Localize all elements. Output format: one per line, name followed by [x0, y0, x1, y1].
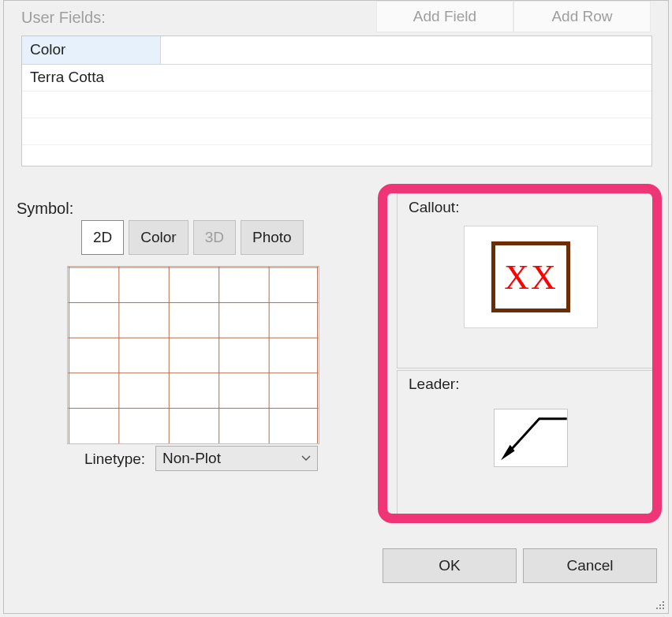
callout-text: XX	[504, 257, 558, 297]
leader-preview-button[interactable]	[494, 409, 568, 467]
leader-group: Leader:	[397, 370, 654, 515]
table-header-row: Color	[22, 36, 651, 65]
tab-color[interactable]: Color	[129, 220, 188, 255]
cell-empty	[161, 65, 651, 91]
user-fields-table[interactable]: Color Terra Cotta	[21, 36, 652, 166]
add-row-button[interactable]: Add Row	[513, 1, 651, 32]
column-header-color[interactable]: Color	[22, 36, 161, 64]
symbol-section-label: Symbol:	[17, 200, 73, 218]
table-row-empty[interactable]	[22, 92, 651, 118]
ok-button[interactable]: OK	[383, 548, 517, 583]
tab-photo[interactable]: Photo	[241, 220, 304, 255]
table-row[interactable]: Terra Cotta	[22, 65, 651, 92]
cancel-button[interactable]: Cancel	[523, 548, 657, 583]
tab-2d[interactable]: 2D	[81, 220, 124, 255]
linetype-label: Linetype:	[84, 451, 145, 468]
leader-label: Leader:	[409, 376, 459, 393]
chevron-down-icon	[301, 454, 311, 463]
callout-symbol-box: XX	[491, 241, 570, 312]
arrow-down-left-icon	[495, 409, 567, 466]
linetype-value: Non-Plot	[162, 450, 221, 467]
add-field-button[interactable]: Add Field	[376, 1, 513, 32]
resize-grip-icon[interactable]	[654, 599, 666, 611]
table-row-empty[interactable]	[22, 118, 651, 145]
linetype-dropdown[interactable]: Non-Plot	[155, 446, 318, 471]
dialog-window: User Fields: Add Field Add Row Color Ter…	[3, 0, 669, 614]
symbol-preview-grid[interactable]	[67, 266, 319, 444]
callout-group: Callout: XX	[397, 193, 654, 368]
user-fields-label: User Fields:	[21, 9, 106, 27]
tab-3d[interactable]: 3D	[193, 220, 236, 255]
cell-value[interactable]: Terra Cotta	[22, 65, 161, 91]
column-header-empty	[161, 36, 651, 64]
callout-label: Callout:	[409, 199, 459, 216]
callout-preview-button[interactable]: XX	[464, 226, 598, 328]
symbol-tabs: 2D Color 3D Photo	[81, 220, 304, 255]
